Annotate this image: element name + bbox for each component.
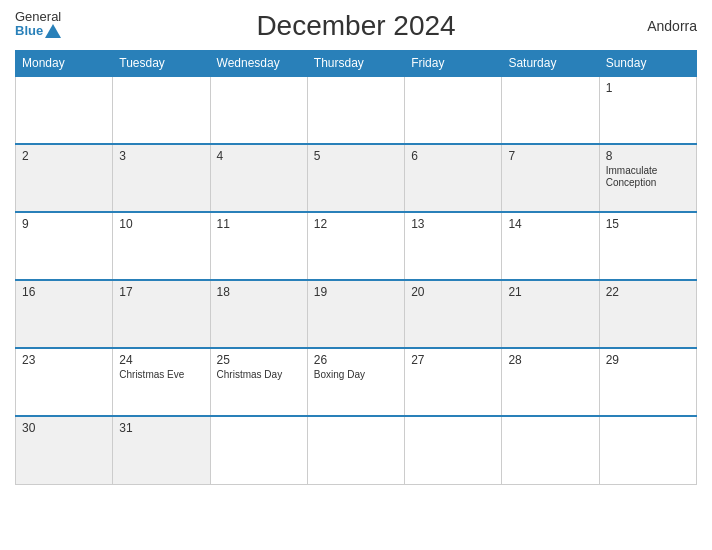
calendar-cell: 7: [502, 144, 599, 212]
calendar-cell: 18: [210, 280, 307, 348]
calendar-cell: 31: [113, 416, 210, 484]
calendar-title: December 2024: [256, 10, 455, 42]
day-number: 14: [508, 217, 592, 231]
weekday-header-thursday: Thursday: [307, 51, 404, 77]
day-number: 1: [606, 81, 690, 95]
calendar-cell: 2: [16, 144, 113, 212]
calendar-container: General Blue December 2024 Andorra Monda…: [0, 0, 712, 550]
day-number: 22: [606, 285, 690, 299]
calendar-cell: 20: [405, 280, 502, 348]
day-number: 19: [314, 285, 398, 299]
calendar-cell: [307, 416, 404, 484]
calendar-cell: [16, 76, 113, 144]
calendar-cell: 21: [502, 280, 599, 348]
day-number: 3: [119, 149, 203, 163]
week-row-6: 3031: [16, 416, 697, 484]
calendar-cell: 27: [405, 348, 502, 416]
holiday-label: Christmas Eve: [119, 369, 203, 381]
country-label: Andorra: [647, 18, 697, 34]
weekday-header-row: MondayTuesdayWednesdayThursdayFridaySatu…: [16, 51, 697, 77]
calendar-cell: 6: [405, 144, 502, 212]
day-number: 20: [411, 285, 495, 299]
day-number: 7: [508, 149, 592, 163]
calendar-cell: 5: [307, 144, 404, 212]
day-number: 9: [22, 217, 106, 231]
calendar-cell: [307, 76, 404, 144]
day-number: 28: [508, 353, 592, 367]
day-number: 8: [606, 149, 690, 163]
weekday-header-sunday: Sunday: [599, 51, 696, 77]
day-number: 15: [606, 217, 690, 231]
logo-triangle-icon: [45, 24, 61, 38]
day-number: 27: [411, 353, 495, 367]
holiday-label: Immaculate Conception: [606, 165, 690, 189]
calendar-cell: [599, 416, 696, 484]
logo-blue-text: Blue: [15, 24, 43, 38]
week-row-2: 2345678Immaculate Conception: [16, 144, 697, 212]
weekday-header-tuesday: Tuesday: [113, 51, 210, 77]
day-number: 23: [22, 353, 106, 367]
day-number: 12: [314, 217, 398, 231]
calendar-cell: 19: [307, 280, 404, 348]
day-number: 29: [606, 353, 690, 367]
day-number: 16: [22, 285, 106, 299]
day-number: 10: [119, 217, 203, 231]
week-row-3: 9101112131415: [16, 212, 697, 280]
holiday-label: Boxing Day: [314, 369, 398, 381]
day-number: 13: [411, 217, 495, 231]
week-row-5: 2324Christmas Eve25Christmas Day26Boxing…: [16, 348, 697, 416]
calendar-header: General Blue December 2024 Andorra: [15, 10, 697, 42]
calendar-cell: [502, 416, 599, 484]
calendar-cell: [405, 416, 502, 484]
calendar-cell: 13: [405, 212, 502, 280]
day-number: 30: [22, 421, 106, 435]
calendar-cell: 25Christmas Day: [210, 348, 307, 416]
day-number: 21: [508, 285, 592, 299]
calendar-cell: 30: [16, 416, 113, 484]
weekday-header-wednesday: Wednesday: [210, 51, 307, 77]
calendar-cell: 16: [16, 280, 113, 348]
day-number: 5: [314, 149, 398, 163]
logo-general-text: General: [15, 10, 61, 24]
day-number: 26: [314, 353, 398, 367]
calendar-cell: [502, 76, 599, 144]
calendar-cell: 15: [599, 212, 696, 280]
calendar-cell: 23: [16, 348, 113, 416]
calendar-cell: [113, 76, 210, 144]
day-number: 11: [217, 217, 301, 231]
calendar-cell: 24Christmas Eve: [113, 348, 210, 416]
calendar-cell: 3: [113, 144, 210, 212]
calendar-cell: 17: [113, 280, 210, 348]
week-row-1: 1: [16, 76, 697, 144]
calendar-cell: 8Immaculate Conception: [599, 144, 696, 212]
day-number: 24: [119, 353, 203, 367]
day-number: 2: [22, 149, 106, 163]
week-row-4: 16171819202122: [16, 280, 697, 348]
calendar-cell: 28: [502, 348, 599, 416]
calendar-cell: [210, 416, 307, 484]
calendar-grid: MondayTuesdayWednesdayThursdayFridaySatu…: [15, 50, 697, 485]
calendar-cell: 12: [307, 212, 404, 280]
calendar-cell: [405, 76, 502, 144]
holiday-label: Christmas Day: [217, 369, 301, 381]
calendar-cell: 4: [210, 144, 307, 212]
calendar-cell: 22: [599, 280, 696, 348]
day-number: 25: [217, 353, 301, 367]
day-number: 6: [411, 149, 495, 163]
calendar-cell: 29: [599, 348, 696, 416]
calendar-cell: 1: [599, 76, 696, 144]
calendar-cell: 10: [113, 212, 210, 280]
calendar-cell: 9: [16, 212, 113, 280]
calendar-cell: 14: [502, 212, 599, 280]
day-number: 4: [217, 149, 301, 163]
calendar-cell: 11: [210, 212, 307, 280]
weekday-header-saturday: Saturday: [502, 51, 599, 77]
day-number: 18: [217, 285, 301, 299]
weekday-header-friday: Friday: [405, 51, 502, 77]
day-number: 31: [119, 421, 203, 435]
weekday-header-monday: Monday: [16, 51, 113, 77]
calendar-cell: 26Boxing Day: [307, 348, 404, 416]
day-number: 17: [119, 285, 203, 299]
logo: General Blue: [15, 10, 61, 39]
calendar-cell: [210, 76, 307, 144]
